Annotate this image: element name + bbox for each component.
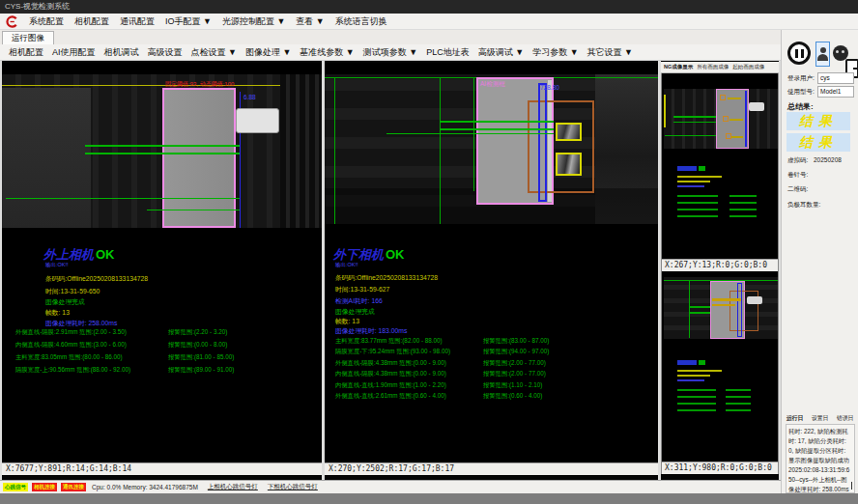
measurement-alarm: 报警范围:(89.00 - 91.00) bbox=[168, 366, 234, 375]
measurement-row: 主料宽度:83.77mm 范围:(82.00 - 88.00) 报警范围:(83… bbox=[335, 337, 644, 346]
tab-detect-box-yellow bbox=[556, 153, 582, 176]
result-display-secondary: 结果 bbox=[786, 133, 850, 152]
mini-annotation-text bbox=[712, 304, 735, 306]
mini-text-line bbox=[677, 181, 710, 182]
comm-connection-badge: 通讯连接 bbox=[61, 483, 86, 491]
mini-annotation-text bbox=[712, 298, 741, 301]
mini-measure-line bbox=[673, 122, 716, 123]
mini-text-line bbox=[729, 215, 757, 217]
window-bottom-edge bbox=[0, 493, 858, 504]
exit-door-icon bbox=[853, 68, 858, 70]
control-panel: 登录用户: cys 使用型号: Model1 总结果: 结果 结果 虚拟码: 2… bbox=[781, 30, 858, 493]
menu-item-camera-config[interactable]: 相机配置 bbox=[74, 15, 109, 28]
toolbar-item-test-params[interactable]: 测试项参数 ▼ bbox=[363, 46, 417, 59]
process-time-text: 图像处理耗时: 258.00ms bbox=[45, 319, 117, 328]
reference-line-green bbox=[334, 77, 335, 224]
measurement-row: 外侧直线-隔膜:4.38mm 范围:(0.00 - 9.00) 报警范围:(2.… bbox=[335, 359, 644, 368]
toolbar-item-other-settings[interactable]: 其它设置 ▼ bbox=[587, 46, 633, 59]
measurement-alarm: 报警范围:(83.00 - 87.00) bbox=[483, 337, 549, 346]
menu-item-view[interactable]: 查看 ▼ bbox=[296, 15, 324, 28]
toolbar-item-camera-config[interactable]: 相机配置 bbox=[9, 46, 43, 59]
measurement-row: 内侧直线-隔膜:4.38mm 范围:(0.00 - 9.00) 报警范围:(2.… bbox=[335, 370, 644, 378]
login-user-value[interactable]: cys bbox=[817, 72, 854, 84]
mini-text-line bbox=[726, 409, 751, 411]
menu-item-io-config[interactable]: IO手配置 ▼ bbox=[165, 15, 212, 28]
mini-reference-line bbox=[689, 280, 690, 338]
toolbar-item-camera-debug[interactable]: 相机调试 bbox=[104, 46, 139, 59]
mini-text-line bbox=[677, 409, 716, 411]
camera-image-lower[interactable]: AI检测框 728.80 bbox=[325, 74, 658, 224]
frame-count-text: 帧数: 13 bbox=[45, 308, 70, 318]
camera-panel-upper: 固定阈值:93, 动态阈值:100 6.88 外上相机OK 输出:OK!! 条码… bbox=[2, 63, 322, 475]
pin-number-label: 卷针号: bbox=[787, 171, 808, 180]
menu-item-comm-config[interactable]: 通讯配置 bbox=[120, 15, 155, 28]
mini-reference-line-yellow bbox=[664, 95, 666, 127]
measurement-alarm: 报警范围:(2.20 - 3.20) bbox=[168, 328, 227, 337]
mini-text-line bbox=[677, 370, 722, 372]
toolbar-item-image-processing[interactable]: 图像处理 ▼ bbox=[245, 46, 291, 59]
measurement-value: 主料宽度:83.05mm 范围:(80.00 - 86.00) bbox=[15, 353, 123, 362]
mini-text-line bbox=[677, 215, 718, 217]
thumb-tab-ng-display[interactable]: NG成像显示 bbox=[664, 64, 693, 70]
toolbar-item-baseline-params[interactable]: 基准线参数 ▼ bbox=[300, 46, 354, 59]
mini-text-line bbox=[677, 403, 716, 405]
measurement-alarm: 报警范围:(1.10 - 2.10) bbox=[483, 381, 542, 390]
mini-ok-chip bbox=[699, 166, 705, 171]
thumb-tab-all-images[interactable]: 所有画面成像 bbox=[697, 64, 729, 70]
model-label: 使用型号: bbox=[787, 88, 815, 97]
operator-icon bbox=[817, 54, 828, 61]
log-output[interactable]: 耗时: 222, 缺陷检测耗时: 17, 缺陷分类耗时: 0, 缺陷提取分区耗时… bbox=[786, 424, 855, 493]
threshold-overlay-text: 固定阈值:93, 动态阈值:100 bbox=[165, 80, 234, 89]
ai-box-label: AI检测框 bbox=[480, 80, 505, 89]
toolbar-item-plc-address[interactable]: PLC地址表 bbox=[426, 46, 470, 59]
measurement-alarm: 报警范围:(81.00 - 85.00) bbox=[168, 353, 234, 362]
robot-icon bbox=[836, 50, 839, 53]
toolbar-item-spot-check[interactable]: 点检设置 ▼ bbox=[191, 46, 237, 59]
virtual-code-label: 虚拟码: bbox=[787, 156, 808, 165]
mini-camera-title bbox=[677, 360, 697, 365]
measurement-alarm: 报警范围:(2.00 - 77.00) bbox=[483, 359, 546, 368]
machine-block bbox=[280, 74, 322, 228]
mini-camera-title bbox=[677, 166, 697, 171]
menu-item-light-config[interactable]: 光源控制配置 ▼ bbox=[222, 15, 285, 28]
toolbar-item-advanced-settings[interactable]: 高级设置 bbox=[148, 46, 183, 59]
measurement-row: 隔膜宽度-下:95.24mm 范围:(93.00 - 98.00) 报警范围:(… bbox=[335, 348, 644, 356]
measure-value-overlay: 728.80 bbox=[540, 84, 559, 91]
mini-text-line bbox=[677, 379, 704, 381]
operator-button[interactable] bbox=[815, 42, 830, 67]
mini-measure-line bbox=[673, 116, 716, 118]
mini-measure-line bbox=[689, 312, 710, 314]
camera-status-ok: OK bbox=[386, 247, 405, 262]
menu-item-system-config[interactable]: 系统配置 bbox=[29, 15, 64, 28]
login-user-label: 登录用户: bbox=[787, 74, 815, 83]
menu-item-language-switch[interactable]: 系统语言切换 bbox=[335, 15, 387, 28]
toolbar-item-advanced-debug[interactable]: 高级调试 ▼ bbox=[478, 46, 524, 59]
measurement-value: 外侧直线-隔膜:4.38mm 范围:(0.00 - 9.00) bbox=[335, 359, 446, 368]
reference-line-green bbox=[473, 77, 474, 191]
model-value[interactable]: Model1 bbox=[817, 86, 854, 98]
measurement-value: 外侧直线-直线:2.61mm 范围:(0.60 - 4.00) bbox=[335, 392, 446, 401]
measure-line-green bbox=[147, 210, 240, 210]
camera-name: 外上相机 bbox=[43, 247, 94, 262]
tab-run-image[interactable]: 运行图像 bbox=[2, 31, 54, 44]
thumbnail-panel-upper[interactable]: X:267;Y:13;R:0;G:0;B:0 bbox=[661, 73, 779, 271]
mini-text-line bbox=[677, 389, 716, 391]
qr-code-label: 二维码: bbox=[787, 185, 808, 194]
measurement-row: 主料宽度:83.05mm 范围:(80.00 - 86.00) 报警范围:(81… bbox=[15, 353, 315, 363]
measure-line-green bbox=[440, 121, 554, 123]
toolbar-item-ai-config[interactable]: AI使用配置 bbox=[52, 46, 96, 59]
toolbar-item-learning-params[interactable]: 学习参数 ▼ bbox=[532, 46, 578, 59]
camera-image-upper[interactable]: 固定阈值:93, 动态阈值:100 6.88 bbox=[2, 74, 322, 228]
measurement-row: 外侧直线-隔膜:2.91mm 范围:(2.00 - 3.50) 报警范围:(2.… bbox=[15, 328, 315, 338]
heartbeat-status-badge: 心跳信号 bbox=[3, 483, 28, 491]
mini-text-line bbox=[729, 202, 757, 204]
thumb-tab-start-images[interactable]: 起始画面成像 bbox=[732, 64, 764, 70]
pause-button[interactable] bbox=[787, 42, 811, 65]
thumbnail-panel-lower[interactable]: X:311;Y:980;R:0;G:0;B:0 bbox=[661, 271, 779, 474]
frame-count-text: 帧数: 13 bbox=[335, 317, 359, 326]
camera-status-ok: OK bbox=[96, 247, 115, 262]
pixel-readout-upper: X:7677;Y:891;R:14;G:14;B:14 bbox=[2, 462, 322, 475]
menu-bar: 系统配置 相机配置 通讯配置 IO手配置 ▼ 光源控制配置 ▼ 查看 ▼ 系统语… bbox=[0, 14, 858, 30]
pixel-readout-thumb-upper: X:267;Y:13;R:0;G:0;B:0 bbox=[662, 259, 778, 271]
mini-measure-line-blue bbox=[745, 91, 747, 147]
